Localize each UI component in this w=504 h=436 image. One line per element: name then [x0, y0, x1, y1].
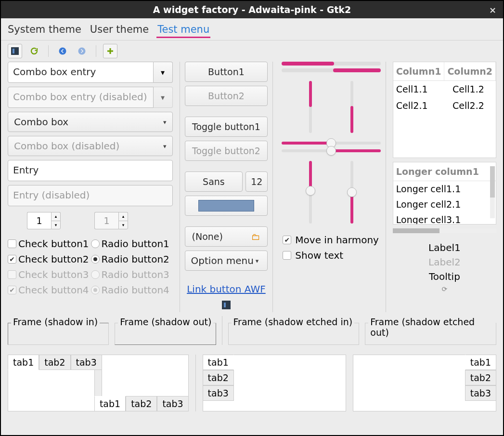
color-swatch [198, 200, 254, 211]
frame-shadow-out: Frame (shadow out) [115, 323, 216, 345]
combo-box[interactable]: Combo box▾ [8, 112, 173, 132]
menu-user-theme[interactable]: User theme [89, 21, 150, 38]
tooltip-label: Tooltip [429, 271, 460, 282]
spin-up-icon[interactable]: ▴ [51, 212, 61, 221]
menubar: System theme User theme Test menu [1, 18, 503, 40]
menu-test-menu[interactable]: Test menu [156, 21, 210, 38]
tree-view-1[interactable]: Column1Column2 Cell1.1Cell1.2 Cell2.1Cel… [393, 62, 496, 158]
progress-bars [280, 62, 382, 72]
tab[interactable]: tab1 [8, 355, 39, 370]
titlebar: A widget factory - Adwaita-pink - Gtk2 × [1, 1, 503, 18]
radio-disabled [91, 270, 100, 279]
entry[interactable]: Entry [8, 160, 173, 181]
label1: Label1 [428, 242, 461, 253]
check-radio-list: Check button1 Radio button1 ✔Check butto… [8, 235, 173, 296]
combo-entry[interactable]: Combo box entry ▾ [8, 62, 173, 83]
font-size-button[interactable]: 12 [246, 172, 268, 192]
color-button[interactable] [185, 196, 268, 216]
button2-disabled: Button2 [185, 86, 268, 106]
notebooks-row: tab1 tab2 tab3 tab1 tab2 tab3 tab1 tab2 … [8, 349, 496, 411]
tab[interactable]: tab3 [157, 396, 188, 411]
radio-disabled-selected [91, 286, 100, 294]
spin-button-disabled: ▴▾ [94, 212, 128, 229]
combo-entry-input[interactable]: Combo box entry [8, 62, 154, 83]
window-title: A widget factory - Adwaita-pink - Gtk2 [153, 4, 351, 15]
frame-shadow-in: Frame (shadow in) [8, 323, 109, 345]
radio[interactable] [91, 239, 100, 248]
svg-rect-1 [13, 49, 14, 53]
scrollbar-horizontal[interactable] [393, 228, 496, 233]
forward-icon[interactable] [75, 44, 89, 58]
label2-disabled: Label2 [428, 256, 461, 268]
combo-entry-disabled: Combo box entry (disabled) ▾ [8, 87, 173, 108]
link-button[interactable]: Link button AWF [185, 281, 268, 297]
back-icon[interactable] [55, 44, 70, 58]
tab[interactable]: tab1 [94, 396, 126, 411]
toolbar-awf-icon[interactable] [8, 44, 22, 58]
button1[interactable]: Button1 [185, 62, 268, 82]
combo-box-disabled: Combo box (disabled)▾ [8, 136, 173, 156]
spin-up-icon: ▴ [118, 212, 128, 221]
notebook-tabs-top: tab1 tab2 tab3 [8, 355, 95, 411]
frame-etched-in: Frame (shadow etched in) [228, 323, 360, 345]
chevron-down-icon: ▾ [154, 87, 173, 108]
toolbar-separator-1 [48, 45, 49, 57]
app-window: A widget factory - Adwaita-pink - Gtk2 ×… [1, 1, 503, 435]
add-icon[interactable] [103, 44, 117, 58]
file-chooser-button[interactable]: (None) 🗀 [185, 226, 268, 247]
tab[interactable]: tab3 [465, 385, 496, 401]
radio-selected[interactable] [91, 255, 100, 264]
spinner-icon: ⟳ [442, 285, 448, 293]
entry-disabled: Entry (disabled) [8, 185, 173, 206]
toggle-button1[interactable]: Toggle button1 [185, 117, 268, 137]
notebook-tabs-right: tab1 tab2 tab3 [353, 355, 496, 411]
notebook-tabs-bottom: tab1 tab2 tab3 [102, 355, 189, 411]
toggle-button2-disabled: Toggle button2 [185, 141, 268, 161]
checkbox-harmony[interactable]: ✔ [283, 236, 291, 244]
horizontal-sliders[interactable] [280, 142, 382, 152]
combo-entry-disabled-input: Combo box entry (disabled) [8, 87, 154, 108]
spin-down-icon: ▾ [118, 221, 128, 230]
tree-view-2[interactable]: Longer column1 Longer cell1.1 Longer cel… [393, 162, 496, 225]
scrollbar-vertical[interactable] [490, 166, 495, 218]
chevron-down-icon[interactable]: ▾ [154, 62, 173, 83]
chevron-down-icon: ▾ [163, 143, 167, 150]
vertical-tracks [280, 76, 382, 138]
close-icon[interactable]: × [489, 5, 496, 15]
toolbar-separator-2 [96, 45, 96, 57]
checkbox-showtext[interactable] [283, 251, 291, 260]
tab[interactable]: tab2 [39, 355, 70, 370]
tab[interactable]: tab2 [465, 370, 496, 385]
menu-system-theme[interactable]: System theme [7, 21, 82, 38]
svg-point-3 [78, 48, 86, 55]
checkbox[interactable] [8, 239, 16, 248]
svg-point-2 [59, 48, 66, 55]
frame-etched-out: Frame (shadow etched out) [365, 323, 496, 345]
refresh-icon[interactable] [27, 44, 41, 58]
chevron-down-icon: ▾ [163, 119, 167, 126]
spin-input[interactable] [27, 212, 51, 229]
spin-button[interactable]: ▴▾ [27, 212, 61, 229]
toolbar [1, 40, 503, 62]
vertical-sliders[interactable] [280, 156, 382, 228]
tab[interactable]: tab3 [71, 355, 102, 370]
spin-down-icon[interactable]: ▾ [51, 221, 61, 230]
svg-rect-0 [11, 47, 19, 55]
frames-row: Frame (shadow in) Frame (shadow out) Fra… [8, 316, 496, 345]
checkbox-disabled-checked: ✔ [8, 286, 16, 294]
checkbox-checked[interactable]: ✔ [8, 255, 16, 264]
font-name-button[interactable]: Sans [185, 172, 243, 192]
folder-icon: 🗀 [251, 231, 260, 242]
svg-rect-5 [224, 303, 226, 307]
spin-input-disabled [94, 212, 118, 229]
svg-rect-4 [222, 301, 231, 309]
checkbox-disabled [8, 270, 16, 279]
option-menu[interactable]: Option menu▾ [185, 251, 268, 271]
tab[interactable]: tab2 [126, 396, 157, 411]
tab[interactable]: tab1 [465, 355, 496, 370]
awf-small-icon [185, 301, 268, 311]
tab[interactable]: tab2 [203, 370, 234, 385]
tab[interactable]: tab1 [203, 355, 234, 370]
tab[interactable]: tab3 [203, 385, 234, 401]
chevron-down-icon: ▾ [256, 257, 259, 264]
